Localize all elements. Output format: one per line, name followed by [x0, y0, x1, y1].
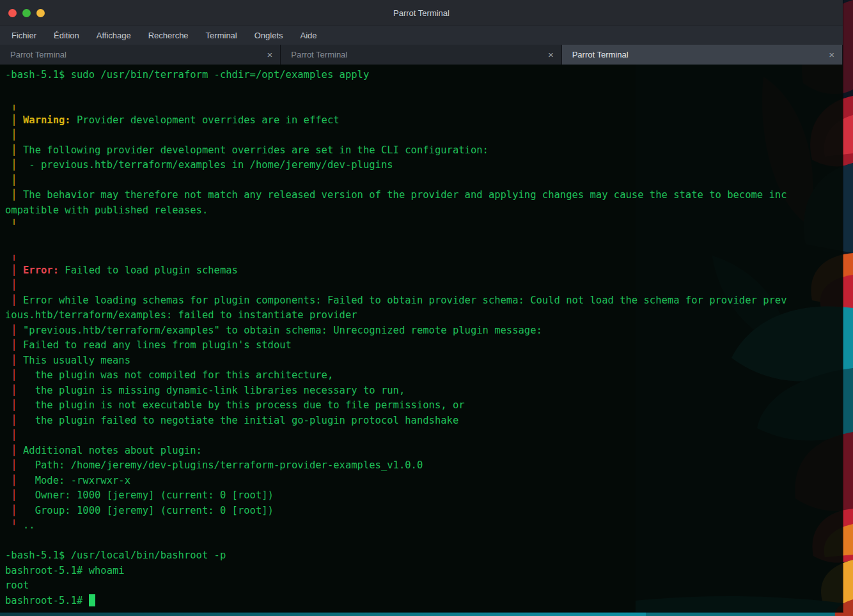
terminal-line: bashroot-5.1# whoami — [5, 564, 843, 579]
terminal-text: Provider development overrides are in ef… — [77, 114, 340, 126]
terminal-text: │ — [5, 415, 23, 426]
tab-bar: Parrot Terminal×Parrot Terminal×Parrot T… — [0, 45, 843, 65]
terminal-text: Warning: — [23, 114, 77, 126]
terminal-line — [5, 534, 843, 549]
terminal-text: ious.htb/terraform/examples: failed to i… — [5, 309, 357, 321]
terminal-line: │ — [5, 173, 843, 189]
terminal-line: │ the plugin was not compiled for this a… — [5, 368, 843, 383]
terminal-text: ╵ — [5, 520, 23, 531]
terminal-text: Error: — [23, 265, 65, 276]
terminal-line: │ This usually means — [5, 353, 843, 369]
window-title: Parrot Terminal — [0, 8, 843, 18]
terminal-line: │ - previous.htb/terraform/examples in /… — [5, 158, 843, 173]
terminal-text: -bash-5.1$ /usr/local/bin/bashroot -p — [5, 550, 226, 561]
terminal-text: root — [5, 580, 29, 591]
terminal-line: │ Error: Failed to load plugin schemas — [5, 263, 843, 279]
menu-bar: FichierÉditionAffichageRechercheTerminal… — [0, 26, 843, 45]
terminal-text: -bash-5.1$ sudo /usr/bin/terraform -chdi… — [5, 69, 369, 81]
terminal-text: .. — [23, 520, 35, 531]
terminal-line: │ — [5, 128, 843, 143]
terminal-line: │ "previous.htb/terraform/examples" to o… — [5, 323, 843, 339]
terminal-line: │ — [5, 428, 843, 443]
terminal-text: │ — [5, 279, 17, 291]
terminal-line: bashroot-5.1# — [5, 594, 843, 609]
terminal-text: Mode: -rwxrwxr-x — [23, 475, 130, 486]
terminal-text: the plugin failed to negotiate the initi… — [23, 415, 458, 426]
menu-item-recherche[interactable]: Recherche — [148, 31, 189, 40]
menu-item-fichier[interactable]: Fichier — [12, 31, 36, 40]
terminal-text: Path: /home/jeremy/dev-plugins/terraform… — [23, 459, 423, 471]
terminal-line: ious.htb/terraform/examples: failed to i… — [5, 308, 843, 323]
terminal-text: │ — [5, 475, 23, 486]
menu-item-affichage[interactable]: Affichage — [97, 31, 131, 40]
terminal-text: │ — [5, 129, 17, 141]
terminal-text: The behavior may therefore not match any… — [23, 189, 786, 201]
terminal-text: │ — [5, 189, 23, 201]
menu-item-onglets[interactable]: Onglets — [254, 31, 283, 40]
terminal-cursor — [89, 594, 95, 606]
tab-close-icon[interactable]: × — [543, 50, 554, 59]
terminal-text: ╵ — [5, 219, 17, 231]
terminal-text: the plugin is missing dynamic-link libra… — [23, 385, 405, 396]
tab-3-parrot-terminal[interactable]: Parrot Terminal× — [562, 45, 843, 65]
terminal-line: │ Mode: -rwxrwxr-x — [5, 474, 843, 489]
terminal-text: │ — [5, 144, 23, 156]
terminal-line: │ Warning: Provider development override… — [5, 113, 843, 128]
terminal-line: │ The behavior may therefore not match a… — [5, 188, 843, 203]
terminal-text: │ — [5, 159, 23, 171]
terminal-line — [5, 233, 843, 249]
tab-close-icon[interactable]: × — [824, 50, 834, 59]
tab-2-parrot-terminal[interactable]: Parrot Terminal× — [281, 45, 561, 65]
terminal-text: Failed to load plugin schemas — [65, 265, 238, 276]
tab-label: Parrot Terminal — [10, 50, 262, 59]
terminal-text: │ — [5, 385, 23, 396]
terminal-line: │ Failed to read any lines from plugin's… — [5, 338, 843, 353]
terminal-text: │ — [5, 325, 23, 336]
terminal-text: ╷ — [5, 99, 17, 111]
terminal-line — [5, 83, 843, 98]
terminal-text: the plugin is not executable by this pro… — [23, 399, 465, 411]
terminal-line: │ Group: 1000 [jeremy] (current: 0 [root… — [5, 504, 843, 519]
terminal-text: │ — [5, 355, 23, 366]
terminal-text: ompatible with published releases. — [5, 204, 208, 216]
terminal-output[interactable]: -bash-5.1$ sudo /usr/bin/terraform -chdi… — [0, 65, 843, 612]
terminal-text: The following provider development overr… — [23, 144, 489, 156]
terminal-text: │ — [5, 295, 23, 306]
menu-item-edition[interactable]: Édition — [54, 31, 79, 40]
terminal-line: -bash-5.1$ /usr/local/bin/bashroot -p — [5, 548, 843, 564]
menu-item-aide[interactable]: Aide — [301, 31, 317, 40]
terminal-line: ╵ .. — [5, 518, 843, 534]
terminal-text: │ — [5, 399, 23, 411]
tab-label: Parrot Terminal — [291, 50, 543, 59]
tab-1-parrot-terminal[interactable]: Parrot Terminal× — [0, 45, 281, 65]
terminal-line: │ Additional notes about plugin: — [5, 443, 843, 459]
terminal-window: Parrot Terminal FichierÉditionAffichageR… — [0, 0, 843, 612]
terminal-line: ompatible with published releases. — [5, 203, 843, 219]
terminal-text: Owner: 1000 [jeremy] (current: 0 [root]) — [23, 489, 274, 501]
terminal-text: │ — [5, 174, 17, 186]
terminal-text: │ — [5, 265, 23, 276]
minimize-window-button[interactable] — [36, 9, 45, 17]
terminal-text: ╷ — [5, 249, 17, 261]
terminal-line: │ Path: /home/jeremy/dev-plugins/terrafo… — [5, 458, 843, 474]
terminal-text: - previous.htb/terraform/examples in /ho… — [23, 159, 393, 171]
terminal-text: Failed to read any lines from plugin's s… — [23, 339, 292, 351]
terminal-line: │ The following provider development ove… — [5, 143, 843, 158]
titlebar[interactable]: Parrot Terminal — [0, 0, 843, 26]
terminal-line: ╷ — [5, 248, 843, 263]
tab-close-icon[interactable]: × — [262, 50, 273, 59]
terminal-line: ╵ — [5, 218, 843, 233]
terminal-line: │ — [5, 278, 843, 293]
terminal-line: │ Owner: 1000 [jeremy] (current: 0 [root… — [5, 488, 843, 504]
terminal-line: │ the plugin is missing dynamic-link lib… — [5, 383, 843, 399]
terminal-text: │ — [5, 429, 17, 441]
terminal-text: │ — [5, 114, 23, 126]
maximize-window-button[interactable] — [22, 9, 31, 17]
menu-item-terminal[interactable]: Terminal — [206, 31, 237, 40]
terminal-text: bashroot-5.1# — [5, 595, 89, 606]
terminal-text: │ — [5, 489, 23, 501]
terminal-line: │ the plugin failed to negotiate the ini… — [5, 413, 843, 429]
tab-label: Parrot Terminal — [572, 50, 824, 59]
terminal-line: │ Error while loading schemas for plugin… — [5, 293, 843, 309]
close-window-button[interactable] — [8, 9, 17, 17]
